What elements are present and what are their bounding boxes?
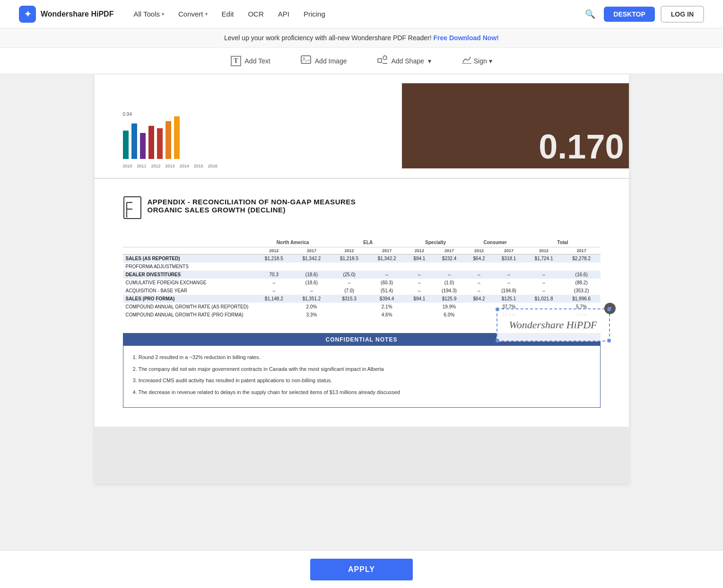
chart-right: 0.170 [402,83,629,168]
shape-icon [377,55,387,67]
table-cell: – [406,279,433,287]
logo[interactable]: ✦ Wondershare HiPDF [19,6,113,23]
table-cell: – [465,287,493,295]
table-cell [465,263,493,271]
conf-notes-body: 1. Round 2 resulted in a ~32% reduction … [123,346,600,407]
bar-group-2011 [131,123,137,159]
promo-link[interactable]: Free Download Now! [434,34,499,42]
table-cell: 3.3% [293,311,331,319]
table-cell: $1,724.1 [525,255,563,263]
table-cell: $1,351.2 [293,295,331,303]
watermark-corner-bl [496,339,499,342]
table-cell [563,263,601,271]
nav-all-tools[interactable]: All Tools ▾ [128,6,170,22]
table-cell: $1,342.2 [368,255,406,263]
toolbar-add-shape[interactable]: Add Shape ▾ [371,52,436,70]
table-cell: $125.1 [493,295,525,303]
nav-convert[interactable]: Convert ▾ [173,6,213,22]
sign-icon [462,55,472,67]
table-row: DEALER DIVESTITURES70.3(18.6)(25.0)–––––… [123,271,601,279]
table-cell [433,263,465,271]
top-section: 0.94 2010 2011 2012 2013 [95,74,629,178]
toolbar-add-text[interactable]: T Add Text [225,53,276,69]
svg-rect-2 [378,59,382,62]
nav-edit[interactable]: Edit [216,6,240,22]
table-cell: 70.3 [255,271,293,279]
image-icon [301,55,311,67]
table-cell: (18.6) [293,279,331,287]
table-sub-headers: 2012 2017 2012 2017 2012 2017 2012 2017 … [123,247,601,255]
table-cell: $1,021.8 [525,295,563,303]
table-row: CUMULATIVE FOREIGN EXCHANGE–(18.6)–(60.3… [123,279,601,287]
bar-group-2010 [123,131,129,159]
table-cell-label: PROFORMA ADJUSTMENTS [123,263,255,271]
table-cell [493,263,525,271]
table-row: SALES (AS REPORTED)$1,218.5$1,342.2$1,21… [123,255,601,263]
table-cell: (25.0) [331,271,368,279]
watermark-text: Wondershare HiPDF [509,319,597,331]
chevron-down-icon: ▾ [162,11,164,17]
conf-note-item: 3. Increased CMS audit activity has resu… [133,377,591,385]
bar-group-2012 [140,133,146,159]
table-cell: $1,996.6 [563,295,601,303]
table-cell-label: COMPOUND ANNUAL GROWTH RATE (AS REPORTED… [123,303,255,311]
nav-api[interactable]: API [272,6,295,22]
table-cell: 6.0% [433,311,465,319]
table-cell: (16.6) [563,271,601,279]
table-cell [465,303,493,311]
table-cell-label: DEALER DIVESTITURES [123,271,255,279]
table-cell-label: ACQUISITION - BASE YEAR [123,287,255,295]
table-cell [406,303,433,311]
toolbar: T Add Text Add Image Add Shape ▾ [0,48,723,74]
apply-button[interactable]: APPLY [310,559,413,580]
toolbar-sign[interactable]: Sign ▾ [456,52,498,70]
table-cell: (194.3) [433,287,465,295]
table-cell-label: SALES (PRO FORMA) [123,295,255,303]
table-cell [331,303,368,311]
table-cell: – [255,287,293,295]
table-cell: $64.2 [465,295,493,303]
search-button[interactable]: 🔍 [582,6,598,22]
table-cell: (7.0) [331,287,368,295]
table-cell: – [493,271,525,279]
table-cell: $94.1 [406,255,433,263]
bar-group-2015 [166,121,171,159]
chart-right-number: 0.170 [539,127,624,166]
table-cell [406,311,433,319]
appendix-header: APPENDIX - RECONCILIATION OF NON-GAAP ME… [123,198,601,224]
table-cell: (51.4) [368,287,406,295]
table-group-headers: North America ELA Specialty Consumer Tot… [123,238,601,247]
desktop-button[interactable]: DESKTOP [604,7,654,22]
table-cell: $125.9 [433,295,465,303]
table-cell: – [525,279,563,287]
table-cell: (1.0) [433,279,465,287]
table-cell [525,263,563,271]
bar-group-2013 [148,126,154,159]
watermark-corner-tl [496,307,499,311]
table-cell: (88.2) [563,279,601,287]
col-header-consumer: Consumer [465,238,525,247]
login-button[interactable]: LOG IN [661,6,704,23]
nav-actions: 🔍 DESKTOP LOG IN [582,6,704,23]
nav-ocr[interactable]: OCR [242,6,269,22]
table-cell: $1,342.2 [293,255,331,263]
table-cell [331,263,368,271]
main-content: 0.94 2010 2011 2012 2013 [0,74,723,588]
data-table: North America ELA Specialty Consumer Tot… [123,238,601,319]
svg-point-3 [383,56,387,60]
toolbar-add-image[interactable]: Add Image [295,52,353,70]
table-cell: 2.1% [368,303,406,311]
table-cell: – [433,271,465,279]
promo-banner: Level up your work proficiency with all-… [0,28,723,48]
table-cell-label: COMPOUND ANNUAL GROWTH RATE (PRO FORMA) [123,311,255,319]
conf-note-item: 4. The decrease in revenue related to de… [133,388,591,396]
bar-group-2014 [157,128,163,159]
table-cell [255,311,293,319]
appendix-title: APPENDIX - RECONCILIATION OF NON-GAAP ME… [148,198,356,206]
chevron-down-icon: ▾ [205,11,208,17]
table-cell [406,263,433,271]
table-cell: – [493,279,525,287]
nav-pricing[interactable]: Pricing [298,6,331,22]
table-cell: – [293,287,331,295]
col-header-specialty: Specialty [406,238,465,247]
